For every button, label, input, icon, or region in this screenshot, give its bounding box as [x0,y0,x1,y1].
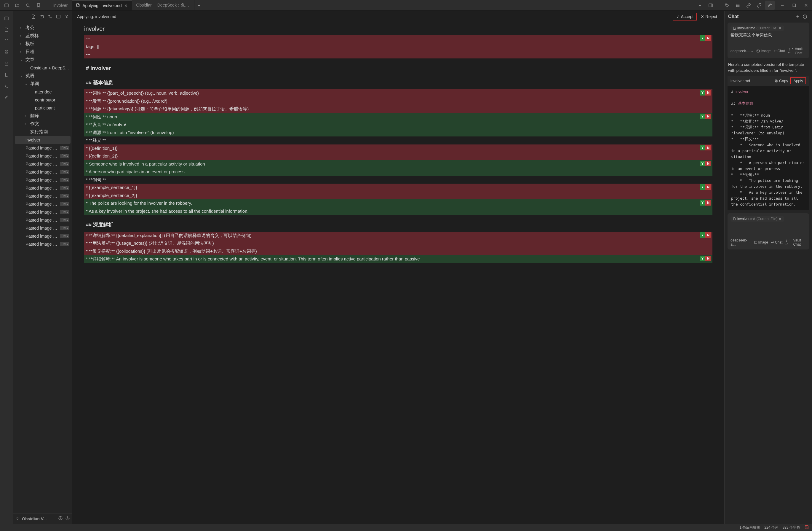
accept-hunk[interactable]: Y [700,232,705,238]
link-icon[interactable] [744,1,753,10]
new-note-icon[interactable] [30,13,37,20]
image-button[interactable]: Image [756,49,770,53]
chat-mode[interactable]: ↩ Chat [773,49,785,53]
wand-icon[interactable] [765,1,775,10]
reject-button[interactable]: ✕Reject [698,13,720,20]
chat-mode-2[interactable]: ↩ Chat [771,240,782,244]
file-item[interactable]: Pasted image 2...PNG [15,184,71,192]
reject-hunk[interactable]: N [705,256,711,261]
reject-hunk[interactable]: N [705,232,711,238]
close-button[interactable] [800,0,812,11]
accept-hunk[interactable]: Y [700,35,705,41]
folder-item[interactable]: ⌄文章 [15,56,71,64]
sort-icon[interactable] [46,13,54,20]
file-item[interactable]: Pasted image 2...PNG [15,200,71,208]
accept-hunk[interactable]: Y [700,90,705,96]
collapse-icon[interactable] [55,13,62,20]
history-icon[interactable] [801,13,809,20]
reject-hunk[interactable]: N [705,145,711,151]
vault-chat-mode-2[interactable]: ⇧ ⌃ ↩ Vault Chat [785,238,806,247]
maximize-button[interactable] [788,0,800,11]
file-item[interactable]: Pasted image 2...PNG [15,216,71,224]
new-tab-button[interactable]: + [194,0,204,10]
grid-icon[interactable] [2,48,11,56]
folder-item[interactable]: ⌄英语 [15,72,71,80]
new-folder-icon[interactable] [38,13,46,20]
folder-item[interactable]: ›蓝桥杯 [15,32,71,40]
folder-item[interactable]: ›作文 [15,120,71,128]
reject-hunk[interactable]: N [705,161,711,166]
tab-file-name[interactable]: involver [49,0,72,10]
reject-hunk[interactable]: N [705,200,711,206]
file-item[interactable]: Pasted image 2...PNG [15,176,71,184]
file-chip[interactable]: involver.md(Current File) ✕ [730,26,784,31]
file-item[interactable]: Pasted image 2...PNG [15,168,71,176]
folder-item[interactable]: ⌄单词 [15,80,71,88]
chevron-down-icon[interactable] [695,1,705,10]
wand2-icon[interactable] [2,93,11,101]
folder-item[interactable]: ›翻译 [15,112,71,120]
file-item[interactable]: Pasted image 2...PNG [15,240,71,248]
terminal-icon[interactable] [2,82,11,90]
file-item[interactable]: contributor [15,96,71,104]
folder-icon[interactable] [12,1,22,10]
accept-hunk[interactable]: Y [700,145,705,151]
help-icon[interactable] [58,516,63,521]
accept-hunk[interactable]: Y [700,184,705,190]
vault-chat-mode[interactable]: ⇧ ⌃ ↩ Vault Chat [788,47,806,55]
vault-name[interactable]: Obsidian V... [22,516,56,521]
calendar-icon[interactable] [2,59,11,68]
link2-icon[interactable] [754,1,764,10]
quick-switcher-icon[interactable] [2,26,11,34]
file-item[interactable]: Pasted image 2...PNG [15,160,71,168]
tab-active[interactable]: Applying: involver.md ✕ [72,0,132,10]
chip-close-icon[interactable]: ✕ [779,217,782,221]
accept-button[interactable]: ✓Accept [673,13,697,20]
file-item[interactable]: Pasted image 2...PNG [15,232,71,240]
list-icon[interactable] [733,1,743,10]
files-icon[interactable] [2,71,11,79]
file-item[interactable]: Pasted image 2...PNG [15,152,71,160]
file-chip-2[interactable]: involver.md(Current File) ✕ [730,216,784,222]
expand-all-icon[interactable] [63,13,71,20]
accept-hunk[interactable]: Y [700,256,705,261]
file-item[interactable]: 实行指南 [15,128,71,136]
vault-switcher-icon[interactable] [15,516,19,521]
char-count[interactable]: 823 个字符 [783,525,800,530]
file-item[interactable]: Pasted image 2...PNG [15,208,71,216]
accept-hunk[interactable]: Y [700,200,705,206]
file-item[interactable]: involver [15,136,71,144]
reject-hunk[interactable]: N [705,114,711,119]
file-item[interactable]: attendee [15,88,71,96]
split-icon[interactable] [706,1,715,10]
sync-error-icon[interactable] [804,525,809,530]
accept-hunk[interactable]: Y [700,161,705,166]
backlinks-count[interactable]: 1 条反向链接 [739,525,760,530]
close-icon[interactable]: ✕ [124,3,128,8]
model-selector[interactable]: deepseek-... ⌄ [730,49,753,53]
file-item[interactable]: participant [15,104,71,112]
search-icon[interactable] [23,1,33,10]
chip-close-icon[interactable]: ✕ [779,26,782,30]
copy-button[interactable]: Copy [774,79,788,83]
reject-hunk[interactable]: N [705,184,711,190]
tag-icon[interactable] [723,1,732,10]
folder-item[interactable]: ›考公 [15,24,71,32]
sidebar-left-icon[interactable] [2,14,11,23]
file-item[interactable]: Obsidian + DeepS... [15,64,71,72]
add-chat-icon[interactable] [794,13,801,20]
word-count[interactable]: 224 个词 [764,525,778,530]
minimize-button[interactable] [777,0,788,11]
model-selector-2[interactable]: deepseek-ai... ⌄ [730,238,751,247]
graph-icon[interactable] [2,37,11,45]
sidebar-toggle-icon[interactable] [2,1,11,10]
apply-button[interactable]: Apply [791,78,806,84]
bookmark-icon[interactable] [34,1,43,10]
folder-item[interactable]: ›模板 [15,40,71,48]
file-item[interactable]: Pasted image 2...PNG [15,144,71,152]
file-item[interactable]: Pasted image 2...PNG [15,224,71,232]
reject-hunk[interactable]: N [705,90,711,96]
file-item[interactable]: Pasted image 2...PNG [15,192,71,200]
tab-inactive[interactable]: Obsidian + DeepSeek：免费 A... [132,0,194,10]
settings-icon[interactable] [65,516,70,521]
